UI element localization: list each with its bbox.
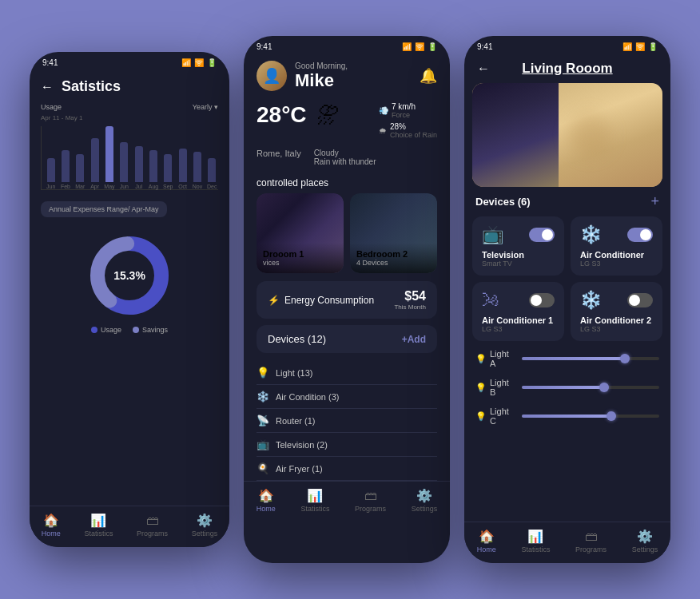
bar-chart-container: JunFebMarAprMayJunJulAugSepOctNovDec <box>41 126 218 190</box>
nav-statistics-center[interactable]: 📊 Statistics <box>300 488 329 513</box>
device-icon: 🍳 <box>257 462 269 474</box>
bar-label: Oct <box>178 184 187 189</box>
bar-group: Mar <box>74 154 86 189</box>
bar <box>179 149 187 182</box>
slider-track[interactable] <box>522 386 659 389</box>
bar-group: Apr <box>89 138 101 189</box>
list-item[interactable]: ❄️Air Condition (3) <box>257 385 437 409</box>
list-item[interactable]: 🍳Air Fryer (1) <box>257 457 437 481</box>
device-toggle[interactable] <box>529 293 555 307</box>
bar <box>164 154 172 182</box>
room1-devices: vices <box>263 259 337 267</box>
wifi-icon: 🛜 <box>194 58 204 67</box>
device-card-sub: LG S3 <box>580 260 653 268</box>
light-section: 💡 Light A 💡 Light B 💡 Light C <box>464 349 670 435</box>
toggle-thumb <box>629 295 640 306</box>
device-icon: ❄️ <box>257 391 269 403</box>
add-device-btn[interactable]: + <box>650 193 659 210</box>
device-label: Light (13) <box>276 368 312 378</box>
device-card[interactable]: 📺 Television Smart TV <box>472 216 564 276</box>
bar-chart: JunFebMarAprMayJunJulAugSepOctNovDec <box>41 126 218 190</box>
nav-home-center[interactable]: 🏠 Home <box>257 488 276 513</box>
light-label: 💡 Light C <box>475 407 515 426</box>
controlled-label: controlled places <box>257 177 437 188</box>
slider-thumb[interactable] <box>607 411 616 421</box>
devices-row: Devices (12) +Add <box>257 325 437 353</box>
nav-home-right[interactable]: 🏠 Home <box>477 529 496 553</box>
device-toggle[interactable] <box>627 293 653 307</box>
bar-label: Jun <box>46 184 55 189</box>
time-left: 9:41 <box>42 58 58 67</box>
temperature: 28°C <box>257 102 307 128</box>
device-card[interactable]: 🌬 Air Conditioner 1 LG S3 <box>472 282 564 341</box>
rain-icon: 🌧 <box>379 126 387 135</box>
statistics-icon: 📊 <box>90 513 106 528</box>
bell-button[interactable]: 🔔 <box>420 67 437 85</box>
signal-icon-c: 📶 <box>402 42 412 51</box>
devices-count-right: Devices (6) <box>475 196 531 208</box>
back-button-left[interactable]: ← <box>41 80 54 94</box>
status-icons-right: 📶 🛜 🔋 <box>622 42 658 51</box>
bar-group: Sep <box>162 154 174 189</box>
back-button-right[interactable]: ← <box>477 61 490 76</box>
bar <box>62 150 70 182</box>
device-label: Router (1) <box>276 416 316 426</box>
legend-dot-usage <box>91 327 97 333</box>
greeting-text: Good Morning, Mike <box>295 61 420 91</box>
bar-label: Mar <box>75 184 85 189</box>
device-icon: 📺 <box>257 438 269 450</box>
device-card[interactable]: ❄️ Air Conditioner LG S3 <box>571 216 662 276</box>
device-card-name: Air Conditioner 1 <box>482 315 555 325</box>
battery-icon-c: 🔋 <box>428 42 437 51</box>
list-item[interactable]: 💡Light (13) <box>257 361 437 385</box>
light-row: 💡 Light B <box>475 378 659 397</box>
bar <box>47 158 55 182</box>
slider-thumb[interactable] <box>599 383 609 392</box>
bar-label: Aug <box>149 184 158 189</box>
status-bar-left: 9:41 📶 🛜 🔋 <box>30 52 229 70</box>
living-room-phone: 9:41 📶 🛜 🔋 ← Living Rooom Devices (6) + … <box>464 36 670 563</box>
slider-thumb[interactable] <box>620 354 630 363</box>
slider-track[interactable] <box>522 357 659 360</box>
bar <box>135 146 143 182</box>
add-devices-btn[interactable]: +Add <box>402 334 426 345</box>
list-item[interactable]: 📡Router (1) <box>257 409 437 433</box>
room2-name: Bedrooom 2 <box>356 249 431 259</box>
stats-header: ← Satistics <box>30 70 229 103</box>
bar <box>149 150 157 182</box>
device-toggle[interactable] <box>627 228 653 242</box>
energy-price: $54 <box>394 289 426 303</box>
nav-programs-center[interactable]: 🗃 Programs <box>355 489 386 513</box>
bar-label: Apr <box>90 184 99 189</box>
home-icon: 🏠 <box>43 513 59 528</box>
stats-title: Satistics <box>62 78 121 95</box>
nav-statistics-right[interactable]: 📊 Statistics <box>521 529 550 553</box>
list-item[interactable]: 📺Television (2) <box>257 433 437 457</box>
room-card-1[interactable]: Drooom 1 vices <box>257 193 344 273</box>
room-card-2[interactable]: Bedrooom 2 4 Devices <box>350 193 437 273</box>
donut-legend: Usage Savings <box>91 326 168 334</box>
wind-speed-row: 💨 7 km/h Force <box>379 102 437 119</box>
device-toggle[interactable] <box>529 228 555 242</box>
nav-statistics-left[interactable]: 📊 Statistics <box>84 513 113 538</box>
device-grid: 📺 Television Smart TV ❄️ Air Conditioner… <box>464 216 670 341</box>
device-card-header: ❄️ <box>580 224 653 245</box>
slider-track[interactable] <box>522 415 659 418</box>
light-label: 💡 Light B <box>475 378 515 397</box>
room-image-2: Bedrooom 2 4 Devices <box>350 193 437 273</box>
bottom-nav-center: 🏠 Home 📊 Statistics 🗃 Programs ⚙️ Settin… <box>244 481 450 522</box>
nav-programs-left[interactable]: 🗃 Programs <box>137 514 168 538</box>
devices-header: Devices (6) + <box>464 187 670 216</box>
status-icons-left: 📶 🛜 🔋 <box>181 58 217 67</box>
energy-month: This Month <box>394 303 426 311</box>
nav-settings-center[interactable]: ⚙️ Settings <box>412 488 438 513</box>
energy-row[interactable]: ⚡ Energy Consumption $54 This Month <box>257 281 437 319</box>
yearly-filter[interactable]: Yearly ▾ <box>193 103 218 111</box>
device-card[interactable]: ❄️ Air Conditioner 2 LG S3 <box>571 282 662 341</box>
bar-group: Dec <box>206 158 218 189</box>
nav-settings-left[interactable]: ⚙️ Settings <box>192 513 218 538</box>
nav-programs-right[interactable]: 🗃 Programs <box>575 530 607 553</box>
nav-home-left[interactable]: 🏠 Home <box>42 513 61 538</box>
device-card-icon: ❄️ <box>580 224 602 245</box>
nav-settings-right[interactable]: ⚙️ Settings <box>632 529 658 553</box>
